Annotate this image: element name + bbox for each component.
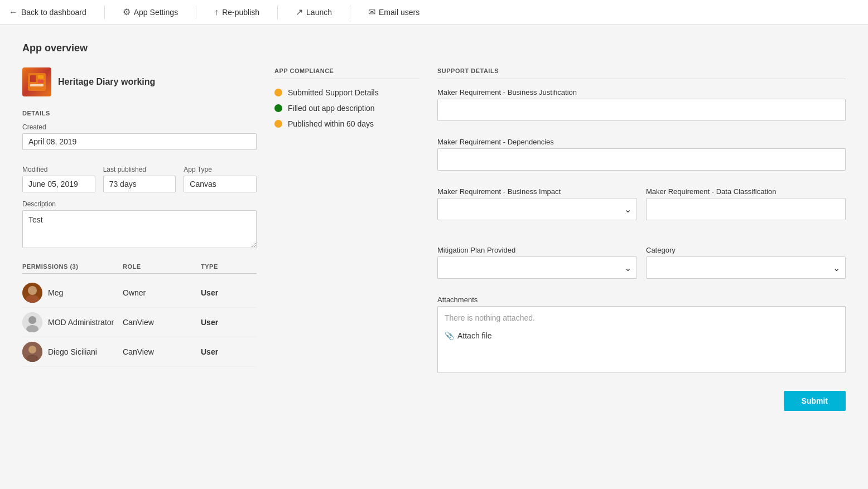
svg-point-11 (28, 346, 36, 354)
perm-user-mod: MOD Administrator (22, 312, 123, 332)
email-icon: ✉ (368, 7, 375, 17)
description-field-group: Description Test (22, 200, 257, 250)
dependencies-input[interactable] (437, 148, 846, 171)
dependencies-label: Maker Requirement - Dependencies (437, 138, 846, 146)
dependencies-field: Maker Requirement - Dependencies (437, 138, 846, 180)
back-to-dashboard[interactable]: ← Back to dashboard (9, 7, 86, 17)
modified-input[interactable] (22, 176, 95, 192)
biz-impact-field: Maker Requirement - Business Impact ⌄ (437, 187, 637, 229)
svg-point-5 (28, 286, 37, 295)
submit-button[interactable]: Submit (784, 391, 846, 411)
avatar-meg (22, 283, 42, 303)
topnav: ← Back to dashboard ⚙ App Settings ↑ Re-… (0, 0, 868, 25)
biz-justification-input[interactable] (437, 99, 846, 121)
paperclip-icon: 📎 (445, 331, 454, 340)
perm-user-meg: Meg (22, 283, 123, 303)
mitigation-label: Mitigation Plan Provided (437, 246, 637, 254)
role-col-label: ROLE (123, 263, 201, 270)
app-icon-svg (27, 72, 47, 92)
data-classification-input[interactable] (646, 198, 846, 220)
perm-role-meg: Owner (123, 288, 201, 297)
svg-point-6 (26, 295, 39, 303)
avatar-diego (22, 342, 42, 362)
data-classification-label: Maker Requirement - Data Classification (646, 187, 846, 196)
perm-name-diego: Diego Siciliani (48, 347, 97, 356)
overview-layout: Heritage Diary working DETAILS Created M… (22, 67, 846, 411)
republish-icon: ↑ (214, 7, 219, 17)
back-arrow-icon: ← (9, 7, 18, 17)
app-type-label: App Type (184, 166, 257, 173)
attachments-field: Attachments There is nothing attached. 📎… (437, 296, 846, 373)
compliance-label-1: Submitted Support Details (288, 88, 379, 97)
modified-label: Modified (22, 166, 95, 173)
compliance-dot-3 (274, 120, 282, 128)
avatar-mod (22, 312, 42, 332)
page-title: App overview (22, 42, 846, 54)
perm-type-meg: User (201, 288, 257, 297)
perm-type-diego: User (201, 347, 257, 356)
app-icon-inner (22, 67, 51, 96)
category-dropdown-wrapper: ⌄ (646, 256, 846, 279)
compliance-dot-2 (274, 104, 282, 112)
created-label: Created (22, 123, 257, 131)
category-label: Category (646, 246, 846, 254)
perm-user-diego: Diego Siciliani (22, 342, 123, 362)
biz-justification-field: Maker Requirement - Business Justificati… (437, 88, 846, 130)
description-input[interactable]: Test (22, 210, 257, 248)
perm-row-mod: MOD Administrator CanView User (22, 308, 257, 337)
launch-nav[interactable]: ↗ Launch (296, 7, 332, 17)
svg-rect-3 (30, 84, 44, 86)
svg-rect-4 (38, 80, 44, 83)
launch-icon: ↗ (296, 7, 303, 17)
support-two-col-1: Maker Requirement - Business Impact ⌄ Ma… (437, 187, 846, 237)
svg-rect-1 (30, 75, 36, 82)
compliance-dot-1 (274, 89, 282, 96)
last-published-field-group: Last published (103, 166, 176, 200)
perm-name-meg: Meg (48, 288, 63, 297)
perm-row-meg: Meg Owner User (22, 278, 257, 308)
last-published-label: Last published (103, 166, 176, 173)
nav-divider-1 (104, 6, 105, 19)
support-title: SUPPORT DETAILS (437, 67, 846, 79)
compliance-item-2: Filled out app description (274, 104, 419, 113)
category-field: Category ⌄ (646, 246, 846, 279)
app-type-input[interactable] (184, 176, 257, 192)
compliance-item-1: Submitted Support Details (274, 88, 419, 97)
created-input[interactable] (22, 133, 257, 150)
submit-row: Submit (437, 391, 846, 411)
attach-file-button[interactable]: 📎 Attach file (445, 329, 491, 342)
email-users-nav[interactable]: ✉ Email users (368, 7, 419, 17)
attachments-label: Attachments (437, 296, 846, 304)
data-classification-field: Maker Requirement - Data Classification (646, 187, 846, 229)
biz-justification-label: Maker Requirement - Business Justificati… (437, 88, 846, 96)
compliance-section: APP COMPLIANCE Submitted Support Details… (274, 67, 419, 135)
details-section-label: DETAILS (22, 110, 257, 117)
type-col-label: TYPE (201, 263, 257, 270)
mitigation-select[interactable] (437, 256, 637, 279)
perm-role-mod: CanView (123, 318, 201, 327)
perm-type-mod: User (201, 318, 257, 327)
svg-rect-2 (38, 75, 44, 79)
last-published-input[interactable] (103, 176, 176, 192)
attach-file-label: Attach file (457, 331, 491, 340)
permissions-section: PERMISSIONS (3) ROLE TYPE Meg Owner User (22, 263, 257, 367)
compliance-item-3: Published within 60 days (274, 119, 419, 128)
republish-nav[interactable]: ↑ Re-publish (214, 7, 259, 17)
app-header: Heritage Diary working (22, 67, 257, 96)
mitigation-dropdown-wrapper: ⌄ (437, 256, 637, 279)
left-panel: Heritage Diary working DETAILS Created M… (22, 67, 257, 367)
perm-role-diego: CanView (123, 347, 201, 356)
biz-impact-select[interactable] (437, 198, 637, 220)
compliance-label-2: Filled out app description (288, 104, 375, 113)
attachments-empty-text: There is nothing attached. (445, 313, 838, 322)
gear-icon: ⚙ (123, 7, 131, 17)
app-icon (22, 67, 51, 96)
compliance-title: APP COMPLIANCE (274, 67, 419, 79)
svg-point-8 (28, 316, 36, 324)
nav-divider-3 (277, 6, 278, 19)
app-name: Heritage Diary working (58, 77, 155, 87)
description-label: Description (22, 200, 257, 208)
category-select[interactable] (646, 256, 846, 279)
app-settings-nav[interactable]: ⚙ App Settings (123, 7, 178, 17)
perm-name-mod: MOD Administrator (48, 318, 114, 327)
